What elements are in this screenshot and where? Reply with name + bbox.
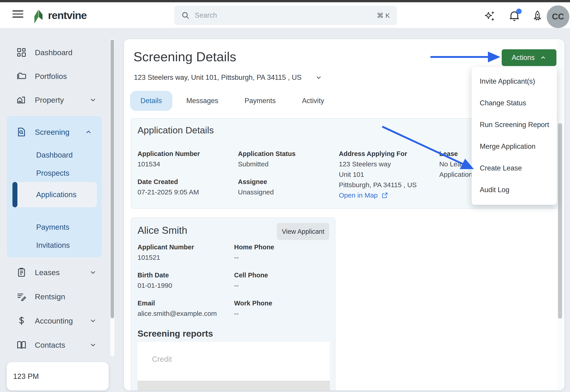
sidebar-item-leases[interactable]: Leases — [16, 262, 101, 283]
main-scrollbar[interactable] — [557, 39, 563, 391]
sidebar: Dashboard Portfolios Property — [0, 28, 118, 392]
field-value: 01-01-1990 — [138, 280, 217, 291]
open-in-map-label: Open in Map — [339, 190, 378, 200]
page: rentvine ⌘ K CC — [0, 0, 570, 392]
menu-item-create-lease[interactable]: Create Lease — [472, 157, 557, 179]
external-link-icon — [381, 192, 388, 199]
global-search[interactable]: ⌘ K — [174, 6, 397, 25]
company-badge[interactable]: 123 PM — [7, 362, 109, 391]
field-label: Home Phone — [234, 242, 274, 252]
application-details-col2: Application Status Submitted Assignee Un… — [238, 149, 296, 197]
address-text: 123 Steelers way, Unit 101, Pittsburgh, … — [134, 73, 301, 82]
menu-item-label: Merge Application — [480, 142, 535, 151]
sidebar-item-dashboard[interactable]: Dashboard — [16, 42, 101, 63]
menu-item-change-status[interactable]: Change Status — [472, 92, 557, 114]
tab-payments[interactable]: Payments — [234, 91, 286, 111]
avatar-initials: CC — [552, 12, 564, 21]
sidebar-item-label: Property — [35, 96, 64, 104]
search-icon — [181, 11, 190, 20]
tab-bar: Details Messages Payments Activity — [130, 91, 335, 111]
notifications-button[interactable] — [508, 9, 522, 24]
report-placeholder-strip — [138, 381, 330, 391]
sidebar-subitem-invitations[interactable]: Invitations — [36, 236, 95, 254]
tab-messages[interactable]: Messages — [176, 91, 229, 111]
menu-item-label: Create Lease — [480, 164, 522, 172]
field-value: alice.smith@example.com — [138, 308, 217, 319]
accounting-dollar-icon — [16, 316, 27, 326]
page-title: Screening Details — [133, 49, 236, 64]
sidebar-scrollbar[interactable] — [110, 38, 114, 356]
rentvine-logo[interactable]: rentvine — [32, 6, 87, 24]
menu-item-merge-application[interactable]: Merge Application — [472, 136, 557, 157]
logo-text: rentvine — [48, 9, 87, 21]
sidebar-subitem-dashboard[interactable]: Dashboard — [36, 146, 95, 164]
screening-doc-search-icon — [16, 127, 27, 137]
field-label: Date Created — [138, 177, 200, 187]
view-applicant-button[interactable]: View Applicant — [277, 223, 329, 240]
applicant-name: Alice Smith — [138, 225, 187, 236]
screening-reports-title: Screening reports — [138, 329, 213, 339]
field-label: Work Phone — [234, 298, 274, 308]
actions-button[interactable]: Actions — [502, 49, 556, 66]
contacts-book-icon — [16, 340, 27, 350]
sidebar-item-portfolios[interactable]: Portfolios — [16, 65, 101, 87]
sidebar-subitem-label: Payments — [36, 223, 70, 232]
sidebar-item-property[interactable]: Property — [16, 89, 101, 111]
rocket-icon[interactable] — [531, 10, 544, 23]
dashboard-grid-icon — [16, 47, 27, 58]
sidebar-item-screening[interactable]: Screening — [16, 122, 95, 142]
sidebar-item-accounting[interactable]: Accounting — [16, 310, 101, 332]
address-chevron-down-icon[interactable] — [315, 74, 322, 81]
chevron-down-icon — [89, 317, 97, 325]
field-value: Submitted — [238, 159, 296, 169]
avatar[interactable]: CC — [547, 5, 569, 28]
field-value: -- — [234, 252, 274, 263]
hamburger-icon[interactable] — [13, 10, 24, 20]
field-label: Birth Date — [138, 270, 217, 280]
address-row: 123 Steelers way, Unit 101, Pittsburgh, … — [134, 73, 322, 82]
sidebar-item-rentsign[interactable]: Rentsign — [16, 286, 101, 308]
main-scrollbar-thumb[interactable] — [558, 123, 562, 319]
sidebar-subitem-label: Dashboard — [36, 151, 73, 159]
sidebar-subitem-label: Invitations — [36, 241, 70, 250]
sidebar-scrollbar-thumb[interactable] — [111, 40, 114, 318]
sidebar-subitem-payments[interactable]: Payments — [36, 218, 95, 236]
field-value: Pittsburgh, PA 34115 , US — [339, 180, 417, 190]
applicant-col2: Home Phone -- Cell Phone -- Work Phone -… — [234, 242, 274, 319]
search-shortcut: ⌘ K — [377, 12, 390, 19]
sidebar-item-contacts[interactable]: Contacts — [16, 334, 101, 356]
sidebar-subitem-prospects[interactable]: Prospects — [36, 164, 95, 182]
sidebar-subitem-applications-selected[interactable]: Applications — [13, 182, 97, 207]
tab-details[interactable]: Details — [130, 91, 172, 111]
sparkles-icon[interactable] — [484, 10, 497, 23]
sidebar-item-label: Contacts — [35, 341, 65, 350]
field-value: Unit 101 — [339, 169, 417, 180]
active-indicator-bar — [13, 182, 17, 207]
field-label: Application Status — [238, 149, 296, 159]
application-details-col4: Lease No Lease Application — [439, 149, 472, 180]
menu-item-audit-log[interactable]: Audit Log — [472, 179, 557, 201]
application-details-col3: Address Applying For 123 Steelers way Un… — [339, 149, 417, 200]
tab-label: Activity — [302, 97, 324, 105]
search-input[interactable] — [195, 11, 377, 19]
field-value: 101534 — [138, 159, 200, 169]
field-label: Cell Phone — [234, 270, 274, 280]
menu-item-run-screening-report[interactable]: Run Screening Report — [472, 114, 557, 136]
tab-activity[interactable]: Activity — [292, 91, 335, 111]
sidebar-item-label: Screening — [35, 128, 70, 137]
field-value: No Lease — [439, 159, 472, 169]
field-value: -- — [234, 280, 274, 291]
rentsign-pen-icon — [16, 291, 27, 302]
menu-item-label: Audit Log — [480, 186, 509, 194]
actions-dropdown-menu: Invite Applicant(s) Change Status Run Sc… — [472, 67, 557, 205]
open-in-map-link[interactable]: Open in Map — [339, 190, 417, 200]
tab-label: Details — [141, 97, 162, 105]
top-header: rentvine ⌘ K CC — [0, 2, 570, 28]
menu-item-invite-applicants[interactable]: Invite Applicant(s) — [472, 70, 557, 92]
leases-clipboard-icon — [16, 267, 27, 278]
os-top-bar — [0, 0, 570, 2]
field-value: 123 Steelers way — [339, 159, 417, 169]
screening-report-box: Credit — [138, 342, 330, 391]
sidebar-subitem-applications[interactable]: Applications — [36, 186, 95, 204]
field-label: Email — [138, 298, 217, 308]
